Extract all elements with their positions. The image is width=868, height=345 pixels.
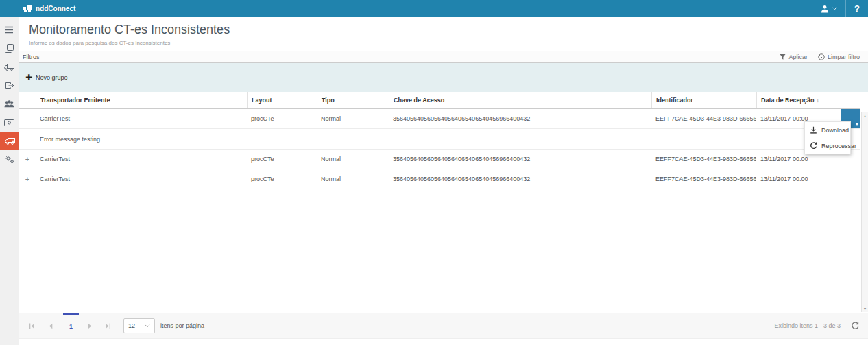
main-content: Monitoramento CT-es Inconsistentes Infor…	[19, 17, 868, 345]
dropdown-caret-icon	[856, 123, 858, 126]
plus-icon: ✚	[25, 73, 32, 82]
pager-status: Exibindo itens 1 - 3 de 3	[774, 322, 841, 329]
next-page-button[interactable]	[82, 313, 97, 338]
topbar-right: ?	[812, 0, 868, 17]
scroll-down-icon[interactable]: ▾	[864, 306, 866, 311]
pager-right: Exibindo itens 1 - 3 de 3	[774, 313, 868, 338]
sidebar-item-groups[interactable]	[0, 95, 19, 113]
cell-transportador: CarrierTest	[36, 115, 247, 122]
truck-icon	[4, 63, 14, 71]
hamburger-icon	[5, 26, 14, 34]
collapse-row-button[interactable]: −	[19, 115, 36, 123]
cell-tipo: Normal	[317, 176, 389, 182]
grid-header: Transportador Emitente Layout Tipo Chave…	[19, 92, 860, 109]
column-header-transportador[interactable]: Transportador Emitente	[36, 92, 247, 108]
last-page-button[interactable]	[100, 313, 116, 338]
column-header-tipo[interactable]: Tipo	[317, 92, 389, 108]
users-icon	[4, 100, 14, 108]
expand-row-button[interactable]: +	[19, 175, 36, 183]
menu-item-label: Download	[821, 127, 849, 134]
prev-page-button[interactable]	[43, 313, 58, 338]
expand-row-button[interactable]: +	[19, 155, 36, 163]
menu-item-label: Reprocessar	[821, 143, 856, 150]
expand-column-header	[19, 92, 36, 108]
chevron-down-icon	[832, 7, 837, 10]
sidebar-menu-toggle[interactable]	[0, 21, 19, 39]
cell-layout: procCTe	[247, 156, 317, 163]
topbar: nddConnect ?	[0, 0, 868, 17]
clear-filter-icon	[818, 53, 825, 60]
menu-item-download[interactable]: Download	[805, 122, 850, 138]
sort-desc-icon: ↓	[817, 97, 820, 104]
clear-filter-label: Limpar filtro	[828, 53, 860, 60]
app-window: nddConnect ?	[0, 0, 868, 345]
row-detail-message: Error message testing	[19, 129, 860, 150]
table-row[interactable]: + CarrierTest procCTe Normal 35640564056…	[19, 150, 860, 169]
column-header-layout[interactable]: Layout	[247, 92, 317, 108]
sidebar-item-documents[interactable]	[0, 39, 19, 58]
current-page-button[interactable]: 1	[63, 313, 79, 338]
sidebar-item-shipping[interactable]	[0, 58, 19, 76]
page-size-label: itens por página	[160, 322, 204, 329]
cell-transportador: CarrierTest	[36, 156, 247, 163]
export-icon	[5, 82, 14, 90]
sidebar-item-settings[interactable]	[0, 150, 19, 169]
refresh-icon	[851, 322, 859, 330]
refresh-button[interactable]	[851, 322, 859, 330]
pagination-bar: 1 12 itens por página Exibindo itens 1 -…	[19, 313, 868, 339]
user-menu-button[interactable]	[812, 0, 845, 17]
cell-tipo: Normal	[317, 156, 389, 163]
new-group-label: Novo grupo	[36, 74, 68, 81]
chevron-down-icon	[145, 324, 150, 328]
table-row[interactable]: − CarrierTest procCTe Normal 35640564056…	[19, 109, 860, 129]
cell-transportador: CarrierTest	[36, 176, 247, 182]
sidebar	[0, 17, 19, 345]
cell-identificador: EEFF7CAE-45D3-44E3-983D-666564F24...	[651, 156, 756, 163]
filters-title: Filtros	[23, 53, 40, 60]
refresh-icon	[810, 142, 817, 150]
last-page-icon	[105, 323, 111, 329]
help-icon[interactable]: ?	[846, 0, 868, 17]
filter-icon	[780, 53, 786, 60]
menu-item-reprocessar[interactable]: Reprocessar	[805, 138, 850, 154]
scroll-up-icon[interactable]: ▴	[864, 113, 866, 118]
sidebar-item-cte-monitoring[interactable]	[0, 132, 19, 150]
column-header-identificador[interactable]: Identificador	[651, 92, 756, 108]
copy-icon	[5, 44, 14, 53]
data-grid: Transportador Emitente Layout Tipo Chave…	[19, 92, 860, 189]
user-icon	[821, 5, 829, 13]
grid-scrollbar[interactable]: ▴ ▾	[861, 112, 868, 312]
apply-filter-label: Aplicar	[788, 53, 808, 60]
apply-filter-button[interactable]: Aplicar	[780, 53, 808, 60]
cell-identificador: EEFF7CAE-45D3-44E3-983D-666564F24...	[651, 176, 756, 182]
column-header-data-recepcao[interactable]: Data de Recepção ↓	[756, 92, 860, 108]
truck-alert-icon	[5, 137, 15, 145]
gears-icon	[5, 155, 14, 164]
page-size-select[interactable]: 12	[123, 318, 155, 333]
first-page-icon	[29, 323, 35, 329]
sidebar-item-export[interactable]	[0, 76, 19, 95]
app-logo-icon	[23, 4, 32, 13]
download-icon	[810, 126, 817, 134]
row-actions-menu: Download Reprocessar	[804, 121, 851, 154]
column-header-data-label: Data de Recepção	[761, 97, 815, 104]
first-page-button[interactable]	[24, 313, 40, 338]
filter-panel: ✚ Novo grupo	[19, 63, 868, 92]
brand-name: nddConnect	[36, 5, 75, 12]
cell-layout: procCTe	[247, 176, 317, 182]
filters-actions: Aplicar Limpar filtro	[780, 53, 860, 60]
cell-layout: procCTe	[247, 115, 317, 122]
table-row[interactable]: + CarrierTest procCTe Normal 35640564056…	[19, 169, 860, 189]
cell-tipo: Normal	[317, 115, 389, 122]
next-page-icon	[88, 323, 92, 329]
page-title: Monitoramento CT-es Inconsistentes	[29, 23, 868, 37]
clear-filter-button[interactable]: Limpar filtro	[818, 53, 860, 60]
cell-chave: 3564056405605640564065406540456966400432	[389, 176, 651, 182]
filters-bar: Filtros Aplicar Limpar filtro	[19, 51, 868, 63]
new-group-button[interactable]: ✚ Novo grupo	[25, 73, 68, 82]
sidebar-item-billing[interactable]	[0, 113, 19, 132]
column-header-chave[interactable]: Chave de Acesso	[389, 92, 651, 108]
page-size-value: 12	[128, 322, 135, 329]
cell-chave: 3564056405605640564065406540456966400432	[389, 156, 651, 163]
page-subtitle: Informe os dados para pesquisa dos CT-es…	[29, 40, 868, 46]
